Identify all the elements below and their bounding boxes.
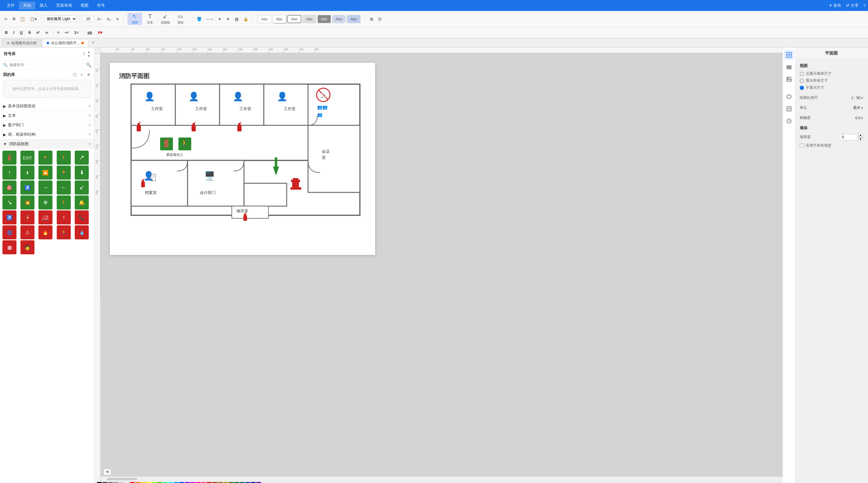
category-window[interactable]: ▶ 窗户和门 ✕ [0, 121, 94, 130]
arrange-btn[interactable]: ⊞ [368, 16, 375, 22]
color-swatch-lime[interactable] [152, 482, 157, 483]
color-swatch-violet[interactable] [190, 482, 195, 483]
menu-layout[interactable]: 页面布局 [52, 2, 76, 9]
font-size-input[interactable] [82, 16, 94, 22]
fire-icon-bars[interactable]: ▦ [2, 240, 17, 254]
nav-table-icon[interactable] [784, 104, 794, 114]
tab-0[interactable]: 短视频市场分析 [2, 39, 41, 47]
color-swatch-forestgreen[interactable] [234, 482, 239, 483]
bold-btn[interactable]: B [2, 29, 10, 36]
lock-btn[interactable]: 🔒 [242, 16, 250, 22]
list-btn[interactable]: ≡ [55, 29, 62, 36]
fire-icon-arrow3[interactable]: ↘ [2, 195, 17, 210]
style-plain-btn[interactable]: Abc [258, 15, 271, 23]
color-swatch-hotpink[interactable] [201, 482, 206, 483]
group-btn[interactable]: ⊡ [376, 16, 383, 22]
wall-thickness-up[interactable]: ▲ [858, 133, 863, 137]
category-text-close[interactable]: ✕ [88, 114, 91, 118]
category-wall[interactable]: ▶ 墙，框架和结构 ✕ [0, 130, 94, 139]
zoom-reset-btn[interactable]: ⟲ [104, 469, 111, 475]
wall-thickness-input[interactable] [840, 134, 858, 140]
category-text[interactable]: ▶ 文本 ✕ [0, 111, 94, 121]
category-fire[interactable]: ▼ 消防疏散图 ✕ [0, 139, 94, 149]
style-outline-btn[interactable]: Abc [287, 15, 301, 23]
menu-symbol[interactable]: 符号 [93, 2, 109, 9]
radio-show-all[interactable]: 显示所有尺寸 [800, 78, 863, 83]
library-add-btn[interactable]: ＋ [79, 71, 85, 78]
nav-history-icon[interactable] [784, 116, 794, 126]
fire-icon-alarm[interactable]: ↑ [57, 211, 71, 224]
font-size-up-btn[interactable]: A↑ [95, 16, 104, 22]
color-swatch-dark[interactable] [102, 482, 107, 483]
h-scrollbar-thumb[interactable] [107, 478, 137, 480]
search-submit-icon[interactable]: 🔍 [86, 63, 91, 67]
fire-icon-person2[interactable]: 🧑 [21, 240, 34, 254]
color-swatch-skyblue[interactable] [174, 482, 179, 483]
color-swatch-green[interactable] [157, 482, 162, 483]
color-swatch-brown[interactable] [212, 482, 217, 483]
fire-icon-exit2[interactable]: EXIT [21, 151, 34, 165]
color-swatch-indigo[interactable] [256, 482, 261, 483]
menu-view[interactable]: 视图 [76, 2, 93, 9]
fire-icon-stair1[interactable]: 🚶 [57, 151, 71, 165]
paste-special-btn[interactable]: 📋▾ [28, 16, 39, 22]
fire-icon-right[interactable]: → [38, 181, 53, 195]
add-tab-btn[interactable]: + [89, 40, 97, 46]
category-fire-close[interactable]: ✕ [88, 142, 91, 146]
precision-dropdown-btn[interactable]: ▾ [861, 116, 863, 121]
help-btn[interactable]: ? [863, 3, 866, 8]
nav-layer2-icon[interactable] [784, 92, 794, 101]
sup-btn[interactable]: x² [34, 29, 42, 36]
publish-btn[interactable]: ✈ 发布 [829, 3, 841, 8]
style-dark-btn[interactable]: Abc [317, 15, 331, 23]
color-swatch-yellow[interactable] [141, 482, 146, 483]
fire-icon-person-fire[interactable]: 🔔 [75, 195, 89, 210]
style-btn[interactable]: ✦ [216, 16, 223, 22]
color-swatch-olive[interactable] [223, 482, 228, 483]
menu-file[interactable]: 文件 [2, 2, 19, 9]
underline-btn[interactable]: U [18, 29, 25, 36]
fire-icon-person-disable[interactable]: ♿ [2, 211, 17, 224]
color-swatch-gray[interactable] [108, 482, 113, 483]
fire-icon-run2[interactable]: 🏃 [57, 166, 71, 180]
sidebar-scroll-up[interactable]: ▲ [87, 50, 91, 54]
align-btn[interactable]: ≡ [114, 16, 121, 22]
category-basic-close[interactable]: ✕ [88, 104, 91, 108]
shape-tool-btn[interactable]: ▭ 形状 [173, 13, 188, 25]
category-window-close[interactable]: ✕ [88, 123, 91, 127]
menu-insert[interactable]: 插入 [35, 2, 52, 9]
style-custom-btn[interactable]: Abc [347, 15, 360, 23]
fire-icon-target[interactable]: 🎯 [2, 181, 17, 195]
paste-btn[interactable]: 📋 [18, 16, 27, 22]
color-swatch-darkred[interactable] [207, 482, 212, 483]
unit-dropdown-btn[interactable]: ▾ [861, 105, 863, 110]
shape-fill-btn[interactable]: ▨ [233, 16, 240, 22]
fire-icon-disable[interactable]: ♿ [21, 181, 34, 195]
cut-btn[interactable]: ✂ [2, 16, 9, 22]
nav-layers-icon[interactable] [784, 62, 794, 72]
fire-icon-warning[interactable]: ⚠ [21, 225, 34, 239]
radio-hide[interactable]: 不显示尺寸 [800, 85, 863, 90]
fill-btn[interactable]: 🪣 [195, 16, 204, 22]
strike-btn[interactable]: S [26, 29, 33, 36]
fire-icon-door1[interactable]: ⬆ [21, 166, 34, 180]
color-swatch-lgray[interactable] [114, 482, 118, 483]
color-swatch-darkgreen[interactable] [229, 482, 234, 483]
fire-icon-hose[interactable]: 🌀 [2, 225, 17, 239]
sub-btn[interactable]: x₂ [43, 30, 51, 35]
color-swatch-red[interactable] [130, 482, 135, 483]
fire-icon-arrow1[interactable]: ↗ [75, 151, 89, 165]
apply-all-row[interactable]: 应用于所有墙壁 [800, 143, 863, 148]
wall-thickness-down[interactable]: ▼ [858, 137, 863, 141]
color-swatch-pink[interactable] [196, 482, 201, 483]
color-swatch-orange[interactable] [135, 482, 140, 483]
fire-icon-spray[interactable]: 💧 [75, 225, 89, 239]
fire-icon-stairs2[interactable]: 🔼 [38, 166, 53, 180]
style-shadow-btn[interactable]: Abc [272, 15, 286, 23]
fire-icon-exit1[interactable]: 🚪 [2, 151, 17, 165]
fire-icon-phone[interactable]: 📞 [75, 211, 89, 224]
color-swatch-blue[interactable] [179, 482, 184, 483]
fire-icon-run1[interactable]: 🏃 [38, 151, 53, 165]
style-rounded-btn[interactable]: Abc [332, 15, 346, 23]
my-library-name[interactable]: 我的库 [3, 72, 15, 77]
